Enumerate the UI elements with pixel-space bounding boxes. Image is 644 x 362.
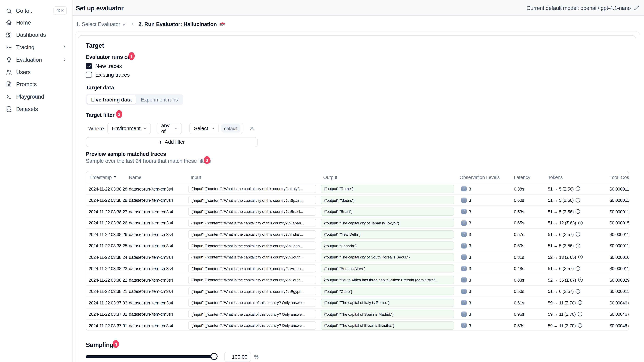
table-row[interactable]: 2024-11-22 03:38:28dataset-run-item-cm3s… <box>86 183 629 194</box>
col-tokens[interactable]: Tokens <box>548 171 563 183</box>
checkbox-checked-icon[interactable] <box>86 63 92 69</box>
cell-output[interactable]: {"output":"Brazil"} <box>321 207 454 216</box>
cell-input[interactable]: {"input":[{"content":"What is the capita… <box>188 264 316 273</box>
terminal-icon <box>6 94 12 100</box>
table-row[interactable]: 2024-11-22 03:38:24dataset-run-item-cm3s… <box>86 251 629 263</box>
cell-output[interactable]: {"output":"The capital of Italy is Rome.… <box>321 299 454 307</box>
col-name[interactable]: Name <box>129 171 142 183</box>
col-output[interactable]: Output <box>323 171 337 183</box>
checkbox-label: Existing traces <box>95 72 130 78</box>
cell-input[interactable]: {"input":[{"content":"What is the capita… <box>188 241 316 250</box>
token-counts: 51 → 5 (Σ 56) <box>548 243 574 248</box>
table-row[interactable]: 2024-11-22 03:37:03dataset-run-item-cm3s… <box>86 297 629 308</box>
cell-input[interactable]: {"input":[{"content":"What is the capita… <box>188 276 316 284</box>
table-row[interactable]: 2024-11-22 03:38:26dataset-run-item-cm3s… <box>86 217 629 229</box>
chevron-right-icon <box>130 21 135 26</box>
filter-field-select[interactable]: Environment <box>107 123 151 134</box>
sidebar-item-datasets[interactable]: Datasets <box>0 103 72 115</box>
info-level-icon: i <box>461 277 467 283</box>
sidebar-item-users[interactable]: Users <box>0 66 72 78</box>
token-info-icon: i <box>578 278 583 282</box>
cell-output[interactable]: {"output":"Cairo"} <box>321 287 454 296</box>
table-row[interactable]: 2024-11-22 03:38:22dataset-run-item-cm3s… <box>86 274 629 286</box>
cell-input[interactable]: {"input":[{"content":"What is the capita… <box>188 321 316 330</box>
col-observation-levels[interactable]: Observation Levels <box>460 171 500 183</box>
cell-output[interactable]: {"output":"South Africa has three capita… <box>321 276 454 284</box>
cell-tokens: 59 → 11 (Σ 70)i <box>548 320 582 331</box>
col-input[interactable]: Input <box>191 171 201 183</box>
filter-value-select[interactable]: Select default <box>190 123 243 134</box>
info-level-icon: i <box>461 198 467 203</box>
cell-output[interactable]: {"output":"Rome"} <box>321 185 454 193</box>
sidebar-item-playground[interactable]: Playground <box>0 91 72 103</box>
cell-output[interactable]: {"output":"Buenos Aires"} <box>321 264 454 273</box>
col-timestamp[interactable]: Timestamp ▼ <box>89 171 117 183</box>
table-row[interactable]: 2024-11-22 03:38:25dataset-run-item-cm3s… <box>86 240 629 252</box>
cell-tokens: 51 → 5 (Σ 56)i <box>548 194 580 206</box>
info-level-icon: i <box>461 186 467 192</box>
cell-output[interactable]: {"output":"Madrid"} <box>321 196 454 204</box>
table-row[interactable]: 2024-11-22 03:37:02dataset-run-item-cm3s… <box>86 308 629 320</box>
filter-value-chip[interactable]: default <box>221 124 240 133</box>
check-icon <box>87 64 91 68</box>
breadcrumb-step1[interactable]: 1. Select Evaluator ✓ <box>76 21 127 27</box>
sidebar-item-dashboards[interactable]: Dashboards <box>0 29 72 41</box>
table-row[interactable]: 2024-11-22 03:38:23dataset-run-item-cm3s… <box>86 263 629 274</box>
remove-filter-icon[interactable] <box>249 125 255 131</box>
token-info-icon: i <box>578 255 583 260</box>
cell-input[interactable]: {"input":[{"content":"What is the capita… <box>188 287 316 296</box>
breadcrumb-step2: 2. Run Evaluator: Hallucination <box>138 21 226 27</box>
cell-input[interactable]: {"input":[{"content":"What is the capita… <box>188 207 316 216</box>
table-row[interactable]: 2024-11-22 03:38:28dataset-run-item-cm3s… <box>86 194 629 206</box>
cell-input[interactable]: {"input":[{"content":"What is the capita… <box>188 299 316 307</box>
sampling-slider-handle[interactable] <box>210 353 218 360</box>
tab-experiment-runs[interactable]: Experiment runs <box>137 95 182 104</box>
token-info-icon: i <box>578 323 582 328</box>
info-level-icon: i <box>461 266 467 271</box>
cell-output[interactable]: {"output":"The capital city of South Kor… <box>321 253 454 261</box>
token-info-icon: i <box>576 289 580 294</box>
checkbox-new-traces[interactable]: New traces <box>86 63 122 69</box>
sidebar-item-evaluation[interactable]: Evaluation <box>0 54 72 66</box>
table-row[interactable]: 2024-11-22 03:38:21dataset-run-item-cm3s… <box>86 286 629 297</box>
goto-search[interactable]: Go to... ⌘ K <box>2 5 70 16</box>
cell-output[interactable]: {"output":"The capital of Brazil is Bras… <box>321 321 454 330</box>
table-row[interactable]: 2024-11-22 03:38:26dataset-run-item-cm3s… <box>86 229 629 240</box>
checkbox-existing-traces[interactable]: Existing traces <box>86 72 130 78</box>
edit-pencil-icon[interactable] <box>634 5 639 10</box>
target-heading: Target <box>86 42 104 49</box>
table-row[interactable]: 2024-11-22 03:37:01dataset-run-item-cm3s… <box>86 320 629 331</box>
annotation-badge-1: 1 <box>128 52 134 60</box>
sidebar-item-prompts[interactable]: Prompts <box>0 78 72 91</box>
cell-input[interactable]: {"input":[{"content":"What is the capita… <box>188 185 316 193</box>
cell-latency: 0.81s <box>514 251 524 263</box>
table-row[interactable]: 2024-11-22 03:38:27dataset-run-item-cm3s… <box>86 206 629 217</box>
filter-operator-select[interactable]: any of <box>156 123 182 134</box>
cell-input[interactable]: {"input":[{"content":"What is the capita… <box>188 219 316 227</box>
default-model-label: Current default model: openai / gpt-4.1-… <box>526 5 631 11</box>
breadcrumb-step1-label: 1. Select Evaluator <box>76 21 120 27</box>
sampling-slider-track[interactable] <box>86 355 214 358</box>
cell-output[interactable]: {"output":"The capital city of Japan is … <box>321 219 454 227</box>
sampling-value-input[interactable]: 100.00 <box>224 352 251 362</box>
cell-input[interactable]: {"input":[{"content":"What is the capita… <box>188 230 316 238</box>
sidebar-item-tracing[interactable]: Tracing <box>0 41 72 53</box>
token-info-icon: i <box>576 209 580 214</box>
cell-output[interactable]: {"output":"The capital of Spain is Madri… <box>321 310 454 318</box>
checkbox-unchecked-icon[interactable] <box>86 72 92 78</box>
cell-output[interactable]: {"output":"New Delhi"} <box>321 230 454 238</box>
token-info-icon: i <box>576 198 580 202</box>
cell-input[interactable]: {"input":[{"content":"What is the capita… <box>188 310 316 318</box>
annotation-badge-4: 4 <box>113 340 119 348</box>
observation-count: 3 <box>469 266 471 271</box>
col-label: Timestamp <box>89 175 112 179</box>
cell-output[interactable]: {"output":"Canada"} <box>321 241 454 250</box>
add-filter-button[interactable]: + Add filter <box>86 137 258 147</box>
col-total-cost[interactable]: Total Cost <box>610 171 629 183</box>
col-latency[interactable]: Latency <box>514 171 530 183</box>
cell-input[interactable]: {"input":[{"content":"What is the capita… <box>188 253 316 261</box>
cell-total-cost: $0.000011 ( <box>610 263 629 274</box>
tab-live-tracing-data[interactable]: Live tracing data <box>87 95 136 104</box>
cell-input[interactable]: {"input":[{"content":"What is the capita… <box>188 196 316 204</box>
sidebar-item-home[interactable]: Home <box>0 16 72 29</box>
